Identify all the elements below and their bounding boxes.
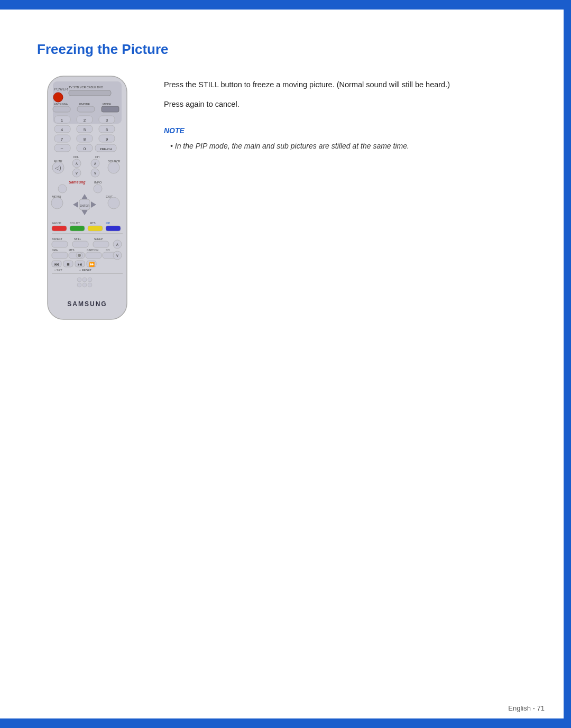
svg-point-89 xyxy=(78,254,81,257)
remote-control-image: POWER TV STB VCR CABLE DVD ANTENNA PMODE… xyxy=(37,73,143,340)
svg-rect-69 xyxy=(52,226,67,231)
svg-text:8: 8 xyxy=(84,137,86,142)
svg-point-54 xyxy=(94,185,102,193)
svg-text:DMA: DMA xyxy=(52,248,58,252)
svg-point-50 xyxy=(108,162,119,173)
svg-text:MTS: MTS xyxy=(90,222,96,225)
svg-point-56 xyxy=(51,197,63,209)
svg-text:2: 2 xyxy=(84,118,86,123)
svg-text:PRE-CH: PRE-CH xyxy=(99,148,112,151)
svg-text:○ RESET: ○ RESET xyxy=(79,269,92,272)
svg-text:⏩: ⏩ xyxy=(89,261,95,268)
svg-text:0: 0 xyxy=(84,146,86,151)
svg-text:◁): ◁) xyxy=(55,165,61,171)
paragraph-1: Press the STILL button to freeze a movin… xyxy=(164,79,527,91)
right-bar xyxy=(564,10,571,718)
svg-point-64 xyxy=(108,197,119,209)
svg-text:VOL: VOL xyxy=(73,155,79,159)
svg-text:MTS: MTS xyxy=(69,248,75,252)
svg-text:9: 9 xyxy=(106,137,108,142)
svg-text:5: 5 xyxy=(84,127,86,132)
svg-text:SLEEP: SLEEP xyxy=(94,237,103,241)
svg-rect-90 xyxy=(86,252,102,259)
svg-text:SAMSUNG: SAMSUNG xyxy=(67,300,107,308)
svg-text:POWER: POWER xyxy=(54,87,68,91)
svg-point-53 xyxy=(58,185,67,193)
svg-text:PMODE: PMODE xyxy=(79,103,90,106)
svg-text:PIP: PIP xyxy=(106,222,110,225)
svg-text:■: ■ xyxy=(67,262,69,267)
svg-text:CH: CH xyxy=(95,155,99,159)
svg-text:⏮: ⏮ xyxy=(54,261,59,267)
svg-text:3: 3 xyxy=(106,118,108,123)
svg-point-3 xyxy=(53,93,63,102)
svg-rect-11 xyxy=(102,106,119,112)
main-content: Freezing the Picture POWER TV STB VCR CA… xyxy=(0,10,564,718)
svg-rect-79 xyxy=(93,241,109,247)
note-title: NOTE xyxy=(164,126,527,135)
svg-rect-78 xyxy=(72,241,88,247)
svg-point-108 xyxy=(77,283,81,287)
svg-rect-70 xyxy=(70,226,85,231)
svg-text:∧: ∧ xyxy=(116,242,119,247)
page-title: Freezing the Picture xyxy=(37,41,527,58)
svg-point-109 xyxy=(82,283,87,287)
text-content-area: Press the STILL button to freeze a movin… xyxy=(164,73,527,152)
svg-text:−: − xyxy=(60,146,63,151)
svg-point-106 xyxy=(82,278,87,282)
svg-text:∧: ∧ xyxy=(75,161,78,166)
svg-point-107 xyxy=(88,278,92,282)
svg-text:ENTER: ENTER xyxy=(80,204,90,207)
svg-text:ASPECT: ASPECT xyxy=(52,237,62,241)
svg-text:∨: ∨ xyxy=(94,171,97,176)
svg-text:CAPTION: CAPTION xyxy=(87,248,99,252)
svg-point-110 xyxy=(88,283,92,287)
svg-text:7: 7 xyxy=(61,137,63,142)
svg-text:6: 6 xyxy=(106,127,108,132)
bottom-bar xyxy=(0,718,571,728)
svg-text:∧: ∧ xyxy=(94,161,97,166)
svg-rect-86 xyxy=(52,252,68,259)
svg-text:CH LIST: CH LIST xyxy=(70,222,80,225)
svg-text:∨: ∨ xyxy=(75,171,78,176)
svg-text:TV  STB  VCR  CABLE  DVD: TV STB VCR CABLE DVD xyxy=(69,86,103,89)
note-text: In the PIP mode, the main and sub pictur… xyxy=(164,140,527,152)
svg-rect-5 xyxy=(69,90,111,96)
svg-text:FAV-CH: FAV-CH xyxy=(52,222,61,225)
svg-text:∨: ∨ xyxy=(116,253,119,258)
svg-text:⏭: ⏭ xyxy=(78,262,82,267)
svg-text:STILL: STILL xyxy=(74,237,81,241)
svg-rect-77 xyxy=(52,241,68,247)
footer-text: English - 71 xyxy=(508,704,545,712)
note-section: NOTE In the PIP mode, the main and sub p… xyxy=(164,126,527,152)
page-footer: English - 71 xyxy=(508,704,545,712)
svg-text:INFO: INFO xyxy=(94,181,102,184)
svg-text:○ SET: ○ SET xyxy=(54,269,62,272)
svg-rect-71 xyxy=(88,226,103,231)
svg-text:MODE: MODE xyxy=(103,103,112,106)
top-bar xyxy=(0,0,571,10)
paragraph-2: Press again to cancel. xyxy=(164,98,527,110)
svg-point-105 xyxy=(77,278,81,282)
svg-text:1: 1 xyxy=(61,118,63,123)
body-area: POWER TV STB VCR CABLE DVD ANTENNA PMODE… xyxy=(37,73,527,340)
svg-rect-72 xyxy=(106,226,121,231)
svg-rect-9 xyxy=(53,106,70,112)
svg-text:4: 4 xyxy=(61,127,63,132)
svg-text:ANTENNA: ANTENNA xyxy=(54,103,68,106)
svg-text:Samsung: Samsung xyxy=(69,180,86,185)
svg-rect-10 xyxy=(77,106,95,112)
svg-text:CH: CH xyxy=(106,248,110,252)
